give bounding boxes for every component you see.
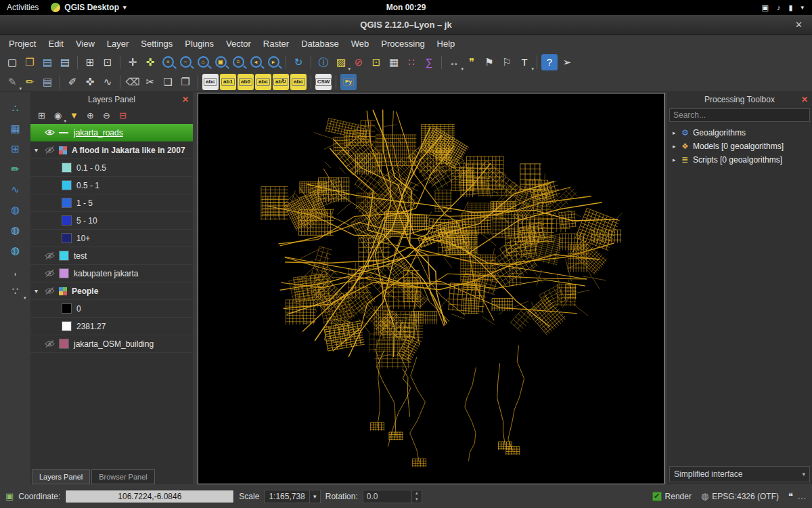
add-vector-layer-icon[interactable]: ∴ (6, 99, 25, 117)
layers-panel-header[interactable]: Layers Panel ✕ (30, 92, 193, 106)
menu-raster[interactable]: Raster (257, 37, 295, 50)
zoom-full-extent-icon[interactable]: ⌂ (195, 54, 211, 70)
menu-processing[interactable]: Processing (375, 37, 430, 50)
spinner-arrows[interactable]: ▴ ▾ (411, 490, 422, 503)
add-delimited-text-icon[interactable]: ‚ (6, 261, 25, 279)
overflow-indicator[interactable]: ... (798, 492, 807, 501)
spin-up-icon[interactable]: ▴ (412, 490, 422, 496)
coordinate-input[interactable] (65, 490, 234, 503)
whats-this-icon[interactable]: ➢ (559, 54, 575, 70)
add-raster-layer-icon[interactable]: ▦ (6, 119, 25, 137)
visibility-off-icon[interactable] (45, 340, 59, 347)
field-calculator-icon[interactable]: ∷ (403, 54, 420, 70)
save-project-icon[interactable]: ▤ (39, 54, 55, 70)
copy-features-icon[interactable]: ❏ (160, 74, 176, 90)
measure-icon[interactable]: ↔▾ (446, 54, 462, 70)
activities-button[interactable]: Activities (7, 3, 39, 12)
rotation-input[interactable] (363, 492, 411, 501)
map-tips-icon[interactable]: ❞ (464, 54, 480, 70)
composer-manager-icon[interactable]: ⊡ (99, 54, 116, 70)
crs-status-button[interactable]: ◍ EPSG:4326 (OTF) (696, 490, 784, 503)
delete-selected-icon[interactable]: ⌫ (125, 74, 141, 90)
zoom-out-icon[interactable]: − (177, 54, 194, 70)
new-project-icon[interactable]: ▢ (4, 54, 20, 70)
layer-jakarta-osm-building[interactable]: jakarta_OSM_building (30, 335, 193, 353)
zoom-to-layer-icon[interactable]: ≡ (230, 54, 246, 70)
layer-flood-2007[interactable]: ▾A flood in Jakarta like in 2007 (30, 142, 193, 159)
add-spatialite-layer-icon[interactable]: ✏ (6, 160, 25, 177)
current-edits-icon[interactable]: ✎▾ (4, 74, 20, 90)
visibility-off-icon[interactable] (45, 270, 59, 277)
menu-settings[interactable]: Settings (135, 37, 179, 50)
open-project-icon[interactable]: ❐ (22, 54, 38, 70)
save-layer-edits-icon[interactable]: ▤ (39, 74, 55, 90)
visibility-off-icon[interactable] (45, 146, 59, 154)
expander-icon[interactable]: ▸ (673, 143, 681, 150)
class-10-plus[interactable]: 10+ (30, 230, 193, 247)
expander-icon[interactable]: ▸ (673, 156, 681, 163)
select-by-expression-icon[interactable]: ⊡ (368, 54, 384, 70)
layers-panel-close-button[interactable]: ✕ (182, 95, 189, 104)
layer-people[interactable]: ▾People (30, 282, 193, 300)
label-move-icon[interactable]: abc (255, 74, 271, 90)
expander-icon[interactable]: ▾ (35, 287, 45, 295)
select-features-icon[interactable]: ▨▾ (333, 54, 349, 70)
clock[interactable]: Mon 00:29 (386, 3, 426, 12)
zoom-in-icon[interactable]: + (160, 54, 176, 70)
help-contents-icon[interactable]: ? (541, 54, 558, 70)
messages-icon[interactable]: ❝ (788, 491, 793, 501)
status-map-icon[interactable]: ▣ (5, 491, 14, 501)
add-group-icon[interactable]: ⊞ (35, 108, 49, 123)
new-bookmark-icon[interactable]: ⚑ (481, 54, 497, 70)
add-wcs-layer-icon[interactable]: ◍ (6, 221, 25, 238)
add-wfs-layer-icon[interactable]: ◍ (6, 241, 25, 259)
map-view[interactable] (198, 93, 664, 484)
class-1-5[interactable]: 1 - 5 (30, 194, 193, 212)
tab-layers-panel[interactable]: Layers Panel (32, 469, 90, 484)
render-toggle[interactable]: ✓ Render (652, 492, 692, 501)
visibility-off-icon[interactable] (45, 287, 59, 295)
move-feature-icon[interactable]: ✜ (82, 74, 98, 90)
processing-toolbox-close-button[interactable]: ✕ (801, 95, 808, 104)
class-0-1-0-5[interactable]: 0.1 - 0.5 (30, 159, 193, 177)
statistical-summary-icon[interactable]: ∑ (421, 54, 437, 70)
paste-features-icon[interactable]: ❐ (177, 74, 194, 90)
spin-down-icon[interactable]: ▾ (412, 496, 422, 503)
rotation-spinner[interactable]: ▴ ▾ (363, 490, 422, 503)
class-5-10[interactable]: 5 - 10 (30, 212, 193, 230)
class-2381-27[interactable]: 2381.27 (30, 318, 193, 335)
menu-view[interactable]: View (70, 37, 101, 50)
menu-help[interactable]: Help (431, 37, 461, 50)
label-show-hide-icon[interactable]: ab0 (238, 74, 254, 90)
processing-search-input[interactable] (669, 108, 810, 122)
tree-geoalgorithms[interactable]: ▸⚙Geoalgorithms (667, 126, 812, 140)
map-canvas[interactable] (198, 93, 664, 484)
csw-icon[interactable]: CSW (315, 74, 332, 90)
add-mssql-layer-icon[interactable]: ∿ (6, 180, 25, 198)
zoom-last-icon[interactable]: ◂ (248, 54, 264, 70)
label-icon[interactable]: abc (202, 74, 219, 90)
deselect-features-icon[interactable]: ⊘ (351, 54, 367, 70)
python-console-icon[interactable]: Py (340, 74, 357, 90)
new-composer-icon[interactable]: ⊞ (82, 54, 98, 70)
class-0-5-1[interactable]: 0.5 - 1 (30, 177, 193, 194)
expander-icon[interactable]: ▾ (35, 146, 45, 154)
battery-icon[interactable]: ▮ (788, 3, 792, 12)
tree-models[interactable]: ▸❖Models [0 geoalgorithms] (667, 140, 812, 153)
menu-database[interactable]: Database (295, 37, 345, 50)
menu-edit[interactable]: Edit (42, 37, 69, 50)
class-0[interactable]: 0 (30, 300, 193, 318)
expander-icon[interactable]: ▸ (673, 129, 681, 136)
render-checkbox[interactable]: ✓ (652, 492, 662, 501)
menu-project[interactable]: Project (3, 37, 42, 50)
tree-scripts[interactable]: ▸≣Scripts [0 geoalgorithms] (667, 153, 812, 167)
show-bookmarks-icon[interactable]: ⚐ (499, 54, 515, 70)
processing-toolbox-header[interactable]: Processing Toolbox ✕ (667, 92, 812, 106)
toggle-editing-icon[interactable]: ✏ (22, 74, 38, 90)
visibility-on-icon[interactable] (45, 129, 59, 136)
pan-to-selection-icon[interactable]: ✜ (142, 54, 158, 70)
collapse-all-icon[interactable]: ⊖ (99, 108, 114, 123)
menu-vector[interactable]: Vector (220, 37, 257, 50)
node-tool-icon[interactable]: ∿ (99, 74, 116, 90)
remove-layer-icon[interactable]: ⊟ (116, 108, 130, 123)
